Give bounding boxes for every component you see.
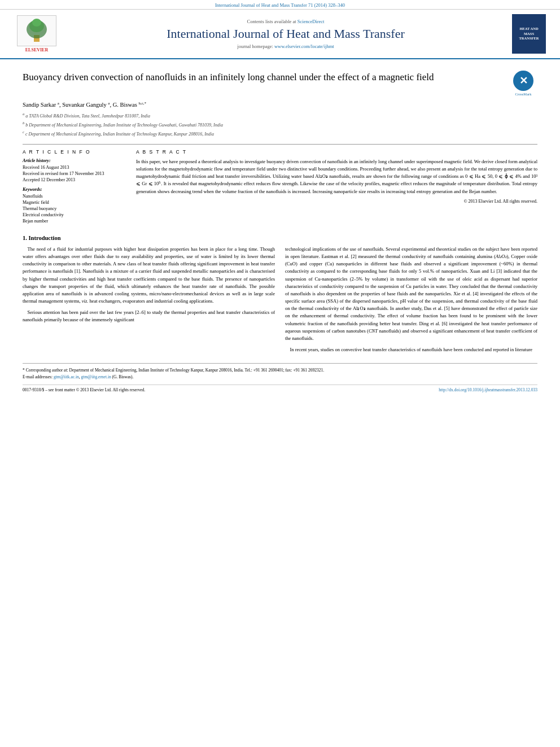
intro-col2-para1: technological implications of the use of… xyxy=(285,246,537,342)
affiliation-b: b b Department of Mechanical Engineering… xyxy=(23,120,537,129)
logo-title-line3: TRANSFER xyxy=(519,36,539,41)
logo-title-line2: MASS xyxy=(524,32,534,36)
affiliation-c: c c Department of Mechanical Engineering… xyxy=(23,129,537,138)
main-content: Buoyancy driven convection of nanofluids… xyxy=(0,59,560,401)
section-heading-introduction: 1. Introduction xyxy=(23,235,537,241)
intro-column-2: technological implications of the use of… xyxy=(285,246,537,357)
abstract-heading: A B S T R A C T xyxy=(136,149,537,155)
elsevier-text: ELSEVIER xyxy=(25,47,48,53)
affiliation-a: a a TATA Global R&D Division, Tata Steel… xyxy=(23,111,537,120)
bottom-bar: 0017-9310/$ – see front matter © 2013 El… xyxy=(23,385,537,395)
intro-col1-para2: Serious attention has been paid over the… xyxy=(23,309,275,324)
article-info-heading: A R T I C L E I N F O xyxy=(23,149,127,155)
doi-link[interactable]: http://dx.doi.org/10.1016/j.ijheatmasstr… xyxy=(439,387,537,392)
homepage-line: journal homepage: www.elsevier.com/locat… xyxy=(62,43,509,49)
contents-availability-line: Contents lists available at ScienceDirec… xyxy=(62,19,509,24)
journal-title: International Journal of Heat and Mass T… xyxy=(62,27,509,41)
keyword-2: Magnetic field xyxy=(23,200,127,205)
abstract-text: In this paper, we have proposed a theore… xyxy=(136,158,537,195)
article-history-label: Article history: xyxy=(23,158,127,163)
issn-text: 0017-9310/$ – see front matter © 2013 El… xyxy=(23,387,145,392)
footnote-email: E-mail addresses: gtm@iitk.ac.in, gtm@ii… xyxy=(23,374,537,380)
article-info-panel: A R T I C L E I N F O Article history: R… xyxy=(23,149,127,225)
footnote-section: * Corresponding author at: Department of… xyxy=(23,363,537,380)
journal-logo-right: HEAT AND MASS TRANSFER xyxy=(509,14,549,54)
journal-header-center: Contents lists available at ScienceDirec… xyxy=(62,19,509,49)
journal-reference-text: International Journal of Heat and Mass T… xyxy=(215,2,345,8)
elsevier-logo-area: ELSEVIER xyxy=(11,15,62,53)
logo-title-line1: HEAT AND xyxy=(519,27,538,31)
footnote-corresponding: * Corresponding author at: Department of… xyxy=(23,367,537,373)
keywords-label: Keywords: xyxy=(23,187,127,192)
abstract-section: A B S T R A C T In this paper, we have p… xyxy=(136,149,537,225)
authors-line: Sandip Sarkar a, Suvankar Ganguly a, G. … xyxy=(23,101,537,108)
email-link-1[interactable]: gtm@iitk.ac.in xyxy=(54,374,79,379)
keyword-3: Thermal buoyancy xyxy=(23,206,127,211)
crossmark-badge[interactable]: ✕ CrossMark xyxy=(509,71,537,96)
intro-col1-para1: The need of a fluid for industrial purpo… xyxy=(23,246,275,305)
authors-text: Sandip Sarkar a, Suvankar Ganguly a, G. … xyxy=(23,102,146,108)
accepted-date: Accepted 12 December 2013 xyxy=(23,177,127,182)
intro-col2-para2: In recent years, studies on convective h… xyxy=(285,346,537,353)
article-title: Buoyancy driven convection of nanofluids… xyxy=(23,71,504,84)
svg-point-3 xyxy=(32,19,41,27)
keyword-1: Nanofluids xyxy=(23,194,127,199)
journal-logo-box: HEAT AND MASS TRANSFER xyxy=(512,14,546,54)
journal-reference-bar: International Journal of Heat and Mass T… xyxy=(0,0,560,10)
crossmark-cross-icon: ✕ xyxy=(519,76,528,86)
elsevier-logo: ELSEVIER xyxy=(11,15,62,53)
received-revised-date: Received in revised form 17 November 201… xyxy=(23,171,127,176)
keyword-4: Electrical conductivity xyxy=(23,212,127,217)
crossmark-label: CrossMark xyxy=(515,92,532,96)
email-link-2[interactable]: gtm@iitg.ernet.in xyxy=(81,374,111,379)
copyright-line: © 2013 Elsevier Ltd. All rights reserved… xyxy=(136,199,537,204)
received-date-1: Received 16 August 2013 xyxy=(23,165,127,170)
homepage-link[interactable]: www.elsevier.com/locate/ijhmt xyxy=(274,43,334,49)
section-divider xyxy=(23,144,537,145)
elsevier-logo-image xyxy=(17,15,56,46)
intro-column-1: The need of a fluid for industrial purpo… xyxy=(23,246,275,357)
article-body: A R T I C L E I N F O Article history: R… xyxy=(23,149,537,225)
introduction-section: 1. Introduction The need of a fluid for … xyxy=(23,235,537,357)
keyword-5: Bejan number xyxy=(23,219,127,224)
two-column-body: The need of a fluid for industrial purpo… xyxy=(23,246,537,357)
sciencedirect-link[interactable]: ScienceDirect xyxy=(298,19,325,24)
affiliations: a a TATA Global R&D Division, Tata Steel… xyxy=(23,111,537,138)
journal-header: ELSEVIER Contents lists available at Sci… xyxy=(0,10,560,59)
article-title-section: Buoyancy driven convection of nanofluids… xyxy=(23,66,537,96)
crossmark-circle: ✕ xyxy=(513,71,533,91)
keywords-section: Keywords: Nanofluids Magnetic field Ther… xyxy=(23,187,127,224)
